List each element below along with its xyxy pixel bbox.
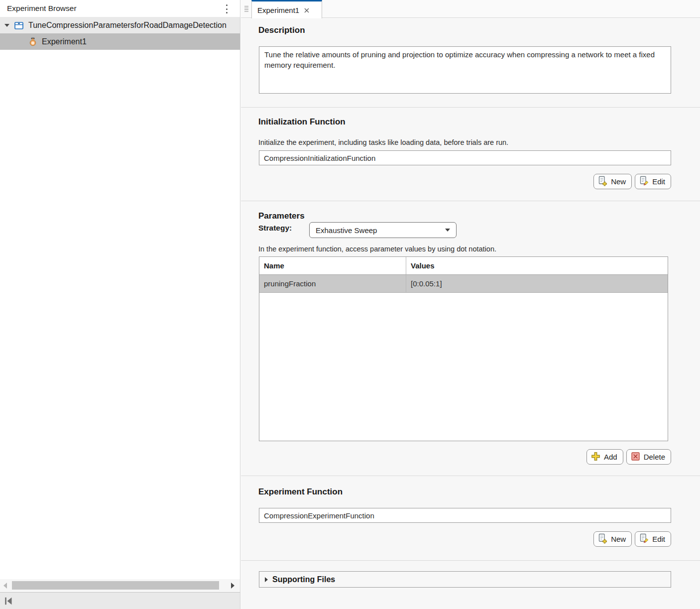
experiment-browser-panel: Experiment Browser TuneCompressionParame…	[0, 0, 240, 609]
edit-function-icon	[639, 176, 649, 188]
add-button-label: Add	[604, 453, 617, 461]
column-header-name: Name	[259, 257, 406, 274]
tree-item-project[interactable]: TuneCompressionParametersforRoadDamageDe…	[0, 17, 240, 33]
panel-menu-icon[interactable]	[224, 4, 229, 13]
delete-button-label: Delete	[644, 453, 665, 461]
chevron-right-icon	[265, 577, 268, 582]
parameters-hint: In the experiment function, access param…	[258, 245, 496, 253]
experiment-manager-window: Experiment Browser TuneCompressionParame…	[0, 0, 700, 609]
initialization-button-row: New Edit	[593, 174, 671, 189]
experiment-label: Experiment1	[42, 37, 87, 46]
delete-x-icon	[630, 451, 641, 463]
initialization-function-section: Initialization Function Initialize the e…	[241, 107, 700, 201]
experiment-browser-title: Experiment Browser	[7, 4, 77, 13]
experiment-function-input[interactable]	[259, 508, 671, 523]
scroll-right-icon[interactable]	[231, 583, 234, 589]
edit-button-label: Edit	[652, 177, 665, 186]
experiment-browser-header: Experiment Browser	[0, 0, 240, 17]
initialization-new-button[interactable]: New	[593, 174, 632, 189]
collapse-arrow-icon[interactable]	[4, 24, 9, 27]
document-area: Experiment1 Description Tune the relativ…	[241, 0, 700, 609]
new-function-icon	[597, 176, 608, 188]
description-section: Description Tune the relative amounts of…	[241, 18, 700, 107]
chevron-down-icon	[445, 229, 450, 232]
supporting-files-heading: Supporting Files	[272, 575, 335, 584]
experiment-function-heading: Experiment Function	[258, 487, 343, 497]
parameters-table: Name Values pruningFraction [0:0.05:1]	[259, 256, 668, 441]
strategy-label: Strategy:	[258, 224, 292, 233]
project-icon	[14, 20, 24, 30]
add-plus-icon	[590, 451, 601, 463]
collapse-panel-icon[interactable]	[3, 596, 13, 606]
new-button-label: New	[611, 177, 626, 186]
new-function-icon	[597, 533, 608, 545]
parameters-section: Parameters Strategy: Exhaustive Sweep In…	[241, 201, 700, 476]
scroll-left-icon[interactable]	[3, 583, 7, 589]
description-textarea[interactable]: Tune the relative amounts of pruning and…	[259, 46, 671, 94]
browser-horizontal-scrollbar	[0, 579, 240, 592]
experiment-function-new-button[interactable]: New	[593, 531, 632, 547]
scrollbar-thumb[interactable]	[12, 581, 219, 590]
description-heading: Description	[258, 25, 305, 35]
add-parameter-button[interactable]: Add	[586, 449, 623, 465]
edit-button-label: Edit	[652, 535, 665, 543]
initialization-function-heading: Initialization Function	[258, 117, 346, 127]
parameters-table-header: Name Values	[259, 257, 668, 275]
drag-grip-icon[interactable]	[243, 4, 249, 13]
tab-close-icon[interactable]	[304, 7, 310, 13]
tab-label: Experiment1	[257, 6, 299, 14]
initialization-function-input[interactable]	[259, 150, 671, 165]
experiment-function-section: Experiment Function New	[241, 476, 700, 560]
project-label: TuneCompressionParametersforRoadDamageDe…	[28, 21, 227, 30]
experiment-flask-icon	[28, 37, 37, 46]
parameter-name-cell: pruningFraction	[259, 275, 406, 292]
parameter-values-cell: [0:0.05:1]	[406, 275, 668, 292]
column-header-values: Values	[406, 257, 668, 274]
parameters-button-row: Add Delete	[586, 449, 671, 465]
strategy-dropdown-value: Exhaustive Sweep	[316, 226, 377, 235]
new-button-label: New	[611, 535, 626, 543]
delete-parameter-button[interactable]: Delete	[626, 449, 671, 465]
parameters-heading: Parameters	[258, 211, 305, 221]
table-row[interactable]: pruningFraction [0:0.05:1]	[259, 275, 668, 293]
tree-item-experiment[interactable]: Experiment1	[0, 33, 240, 50]
initialization-function-hint: Initialize the experiment, including tas…	[258, 138, 508, 146]
supporting-files-expander[interactable]: Supporting Files	[259, 571, 671, 588]
strategy-dropdown[interactable]: Exhaustive Sweep	[309, 222, 457, 238]
initialization-edit-button[interactable]: Edit	[635, 174, 671, 189]
browser-bottom-bar	[0, 592, 240, 609]
experiment-function-button-row: New Edit	[593, 531, 671, 547]
supporting-files-section: Supporting Files	[241, 560, 700, 609]
edit-function-icon	[639, 533, 649, 545]
tab-experiment1[interactable]: Experiment1	[251, 0, 322, 18]
experiment-function-edit-button[interactable]: Edit	[635, 531, 671, 547]
